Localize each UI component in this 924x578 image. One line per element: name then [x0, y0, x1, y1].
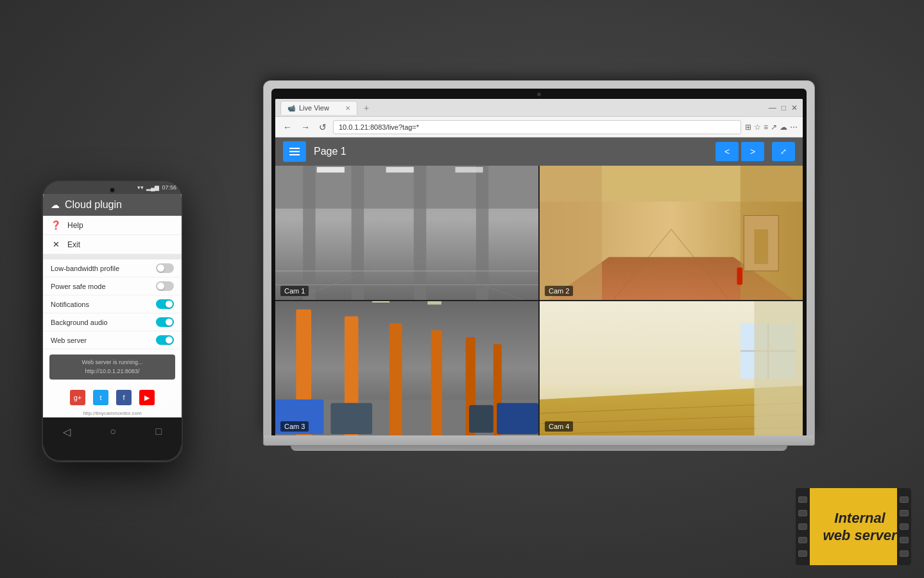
cam3-label: Cam 3 [280, 421, 309, 432]
svg-rect-10 [456, 167, 483, 173]
share-icon[interactable]: ↗ [771, 123, 777, 132]
phone-mockup: ▾▾ ▂▄▆ 07:56 ☁ Cloud plugin ❓ Help ✕ Exi… [42, 180, 183, 462]
laptop-lid: 📹 Live View ✕ + — □ ✕ ← → ↺ [263, 80, 815, 435]
camera-cell-3: Cam 3 [275, 301, 538, 435]
phone-menu-exit[interactable]: ✕ Exit [43, 235, 182, 254]
home-button[interactable]: ○ [110, 426, 116, 437]
menu-divider [43, 254, 182, 259]
address-bar[interactable]: 10.0.1.21:8083/live?tag=* [333, 120, 741, 134]
more-icon[interactable]: ⋯ [790, 123, 798, 132]
phone-camera [110, 188, 115, 193]
live-view-header: Page 1 < > ⤢ [275, 137, 803, 166]
camera-cell-2: Cam 2 [540, 166, 803, 300]
phone-nav-bar: ◁ ○ □ [43, 417, 182, 446]
tab-favicon: 📹 [287, 105, 295, 112]
help-icon: ❓ [51, 220, 61, 230]
next-page-button[interactable]: > [741, 142, 764, 161]
notifications-label: Notifications [51, 301, 89, 308]
toggle-power-safe[interactable]: Power safe mode [43, 277, 182, 295]
toggle-low-bandwidth[interactable]: Low-bandwidth profile [43, 259, 182, 277]
fullscreen-button[interactable]: ⤢ [772, 142, 795, 161]
svg-rect-5 [476, 166, 488, 300]
badge-text-line2: web server [823, 527, 897, 545]
toolbar-icons: ⊞ ☆ ≡ ↗ ☁ ⋯ [745, 123, 798, 132]
notifications-toggle[interactable] [156, 299, 174, 309]
youtube-icon[interactable]: ▶ [139, 390, 155, 405]
toggle-background-audio[interactable]: Background audio [43, 313, 182, 331]
social-icons-row: g+ t f ▶ [43, 385, 182, 410]
phone-menu-help[interactable]: ❓ Help [43, 216, 182, 235]
tab-title: Live View [299, 104, 329, 112]
sync-icon[interactable]: ☁ [780, 123, 787, 132]
new-tab-button[interactable]: + [364, 103, 369, 113]
browser-titlebar: 📹 Live View ✕ + — □ ✕ [275, 99, 803, 117]
laptop-camera [537, 92, 541, 96]
minimize-button[interactable]: — [769, 103, 776, 112]
svg-rect-28 [389, 323, 402, 435]
camera-grid: Cam 1 [275, 166, 803, 435]
camera-cell-1: Cam 1 [275, 166, 538, 300]
maximize-button[interactable]: □ [782, 103, 786, 112]
low-bandwidth-toggle[interactable] [156, 263, 174, 273]
svg-rect-37 [372, 301, 389, 302]
svg-rect-38 [427, 301, 441, 304]
facebook-icon[interactable]: f [116, 390, 132, 405]
wifi-icon: ▾▾ [137, 184, 144, 191]
svg-rect-33 [330, 403, 372, 434]
tab-close-button[interactable]: ✕ [345, 105, 350, 112]
svg-rect-34 [497, 403, 538, 434]
page-title: Page 1 [314, 146, 708, 157]
low-bandwidth-label: Low-bandwidth profile [51, 265, 119, 272]
browser-window: 📹 Live View ✕ + — □ ✕ ← → ↺ [275, 99, 803, 435]
sidebar-icon[interactable]: ≡ [764, 123, 768, 132]
google-plus-icon[interactable]: g+ [70, 390, 85, 405]
cam4-label: Cam 4 [545, 421, 573, 432]
cloud-icon: ☁ [51, 200, 60, 210]
status-time: 07:56 [162, 184, 176, 191]
recent-button[interactable]: □ [156, 426, 162, 437]
live-view-content: Page 1 < > ⤢ [275, 137, 803, 435]
browser-refresh-button[interactable]: ↺ [316, 121, 329, 134]
web-server-toggle[interactable] [156, 335, 174, 345]
browser-forward-button[interactable]: → [298, 121, 312, 134]
svg-rect-29 [431, 330, 442, 435]
toggle-notifications[interactable]: Notifications [43, 295, 182, 313]
film-badge: Internal web server [796, 488, 911, 565]
svg-rect-19 [754, 229, 768, 264]
browser-toolbar: ← → ↺ 10.0.1.21:8083/live?tag=* ⊞ ☆ ≡ ↗ … [275, 117, 803, 137]
phone-menu: ☁ Cloud plugin ❓ Help ✕ Exit Low-bandwid… [43, 194, 182, 417]
reader-icon[interactable]: ⊞ [745, 123, 751, 132]
film-strip-holes-right [897, 488, 911, 565]
background-audio-toggle[interactable] [156, 317, 174, 327]
page-navigation: < > [715, 142, 764, 161]
cloud-plugin-label: Cloud plugin [65, 199, 122, 211]
phone-screen: ☁ Cloud plugin ❓ Help ✕ Exit Low-bandwid… [43, 194, 182, 417]
laptop-foot [291, 446, 787, 451]
hamburger-menu-button[interactable] [283, 141, 306, 162]
svg-rect-2 [303, 166, 315, 300]
prev-page-button[interactable]: < [715, 142, 739, 161]
browser-tab[interactable]: 📹 Live View ✕ [280, 101, 357, 115]
exit-label: Exit [67, 240, 80, 249]
exit-icon: ✕ [51, 240, 61, 249]
phone-menu-header: ☁ Cloud plugin [43, 194, 182, 216]
hamburger-icon [289, 148, 300, 155]
svg-rect-47 [754, 301, 803, 435]
website-url: http://tinycammonitor.com [43, 410, 182, 417]
bookmark-icon[interactable]: ☆ [754, 123, 761, 132]
server-status-box: Web server is running... http://10.0.1.2… [49, 355, 175, 380]
laptop-mockup: 📹 Live View ✕ + — □ ✕ ← → ↺ [263, 80, 815, 451]
close-window-button[interactable]: ✕ [791, 103, 798, 112]
twitter-icon[interactable]: t [93, 390, 108, 405]
svg-rect-4 [414, 166, 426, 300]
server-status-line1: Web server is running... [53, 358, 171, 367]
server-status-line2: http://10.0.1.21:8083/ [53, 367, 171, 376]
svg-rect-3 [352, 166, 364, 300]
web-server-label: Web server [51, 337, 87, 344]
power-safe-toggle[interactable] [156, 281, 174, 291]
svg-rect-9 [386, 167, 414, 173]
film-strip-holes [796, 488, 810, 565]
toggle-web-server[interactable]: Web server [43, 331, 182, 349]
browser-back-button[interactable]: ← [280, 121, 295, 134]
back-button[interactable]: ◁ [63, 426, 71, 438]
